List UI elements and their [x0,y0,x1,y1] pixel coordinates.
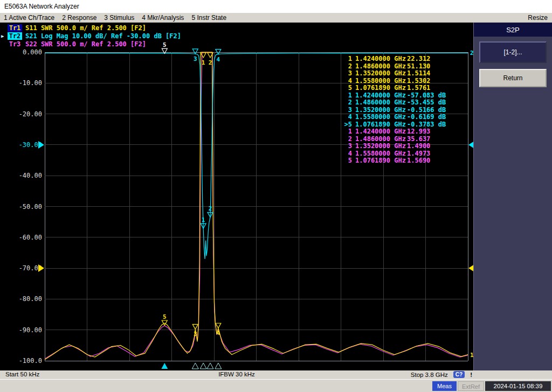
start-frequency: Start 50 kHz [5,371,39,377]
menu-item[interactable]: 4 Mkr/Analysis [138,14,188,22]
marker-readout-row: 41.5580000 GHz-0.6169 dB [341,114,446,121]
marker-number-label: 2 [209,205,212,212]
ref-level-arrow-icon [468,141,473,149]
marker-readout-row: 11.4240000 GHz12.993 [341,128,446,136]
ref-level-arrow-icon [468,264,473,272]
y-axis-label: -50.00 [19,203,42,211]
menu-item[interactable]: 2 Response [58,14,100,22]
marker-readout-row: 21.4860000 GHz51.130 [341,63,446,71]
y-axis-label: -20.00 [19,110,42,118]
window-title: E5063A Network Analyzer [4,3,79,10]
marker-readout-row: 21.4860000 GHz35.637 [341,136,446,143]
stimulus-bar: Start 50 kHz IFBW 30 kHz Stop 3.8 GHz C?… [0,370,552,379]
meas-status: Meas [432,381,457,391]
trace-header-tr1[interactable]: Tr1S11 SWR 500.0 m/ Ref 2.500 [F2] [1,24,181,32]
marker-triangle-icon [201,53,206,58]
marker-readout-row: 21.4860000 GHz-53.455 dB [341,99,446,107]
extref-status: ExtRef [458,381,484,391]
menubar-items: 1 Active Ch/Trace2 Response3 Stimulus4 M… [0,14,230,22]
marker-readout-row: 11.4240000 GHz-57.083 dB [341,92,446,100]
marker-readout-row: >51.0761890 GHz-0.3783 dB [341,121,446,129]
return-button[interactable]: Return [479,69,547,87]
marker-readout-row: 41.5580000 GHz1.5302 [341,78,446,85]
menu-resize[interactable]: Resize [528,14,548,22]
trace-number-label: 1 [470,352,473,359]
titlebar: E5063A Network Analyzer [0,0,552,13]
marker-number-label: 5 [163,313,167,320]
marker-triangle-icon [216,50,221,54]
y-axis-label: -80.00 [19,295,42,303]
marker-readout-row: 51.0761890 GHz1.5690 [341,157,446,165]
menubar: 1 Active Ch/Trace2 Response3 Stimulus4 M… [0,13,552,23]
softkey-menu-title: S2P [474,23,552,37]
marker-readout: 11.4240000 GHz22.31221.4860000 GHz51.130… [341,55,446,165]
trace-header-text: S11 SWR 500.0 m/ Ref 2.500 [F2] [25,24,146,32]
marker-readout-row: 31.3520000 GHz-0.5166 dB [341,107,446,114]
marker-number-label: 4 [217,330,220,337]
menu-item[interactable]: 5 Instr State [188,14,230,22]
marker-number-label: 1 [202,216,205,223]
stimulus-marker-icon [215,363,222,369]
marker-number-label: 1 [202,59,205,66]
marker-number-label: 2 [209,59,212,66]
correction-badge: C? [453,371,465,378]
warning-indicator: ! [470,372,472,378]
softkey-sidebar: S2P [1-2]... Return [473,23,552,370]
trace-header-text: S21 Log Mag 10.00 dB/ Ref -30.00 dB [F2] [25,32,181,40]
y-axis-label: 0.000 [23,48,42,56]
y-axis-label: -90.00 [19,326,42,334]
trace-header-tr3[interactable]: Tr3S22 SWR 500.0 m/ Ref 2.500 [F2] [1,40,181,48]
stimulus-marker-icon [207,363,213,369]
trace-label-chip: Tr2 [8,32,22,40]
ifbw-value: IFBW 30 kHz [218,371,255,377]
marker-triangle-icon [162,48,167,53]
y-axis-label: -40.00 [19,172,42,179]
marker-readout-row: 51.0761890 GHz1.5761 [341,85,446,92]
softkey-1-2-button[interactable]: [1-2]... [479,41,547,63]
trace-header-text: S22 SWR 500.0 m/ Ref 2.500 [F2] [25,40,146,48]
active-trace-arrow-icon: ▶ [1,33,8,39]
trace-label-chip: Tr1 [8,24,22,32]
trace-header-tr2[interactable]: ▶Tr2S21 Log Mag 10.00 dB/ Ref -30.00 dB … [1,32,181,40]
analyzer-screen: 0.000-10.00-20.00-30.00-40.00-50.00-60.0… [0,23,473,370]
marker-triangle-icon [192,49,198,54]
marker-number-label: 3 [194,331,197,338]
stimulus-marker-icon [200,363,206,369]
marker-number-label: 4 [217,56,220,63]
menu-item[interactable]: 3 Stimulus [100,14,138,22]
trace-number-label: 2 [470,50,473,57]
y-axis-label: -10.00 [19,79,42,87]
menu-item[interactable]: 1 Active Ch/Trace [0,14,58,22]
y-axis-label: -100.0 [19,357,42,365]
marker-number-label: 3 [194,55,197,62]
trace-label-chip: Tr3 [8,40,22,48]
main-area: 0.000-10.00-20.00-30.00-40.00-50.00-60.0… [0,23,552,370]
datetime: 2024-01-15 08:39 [485,381,551,391]
marker-readout-row: 11.4240000 GHz22.312 [341,55,446,63]
marker-readout-row: 31.3520000 GHz1.4900 [341,143,446,150]
marker-readout-row: 31.3520000 GHz1.5114 [341,70,446,78]
marker-readout-row: 41.5580000 GHz1.4973 [341,150,446,158]
stimulus-marker-icon [192,363,198,369]
statusbar: Meas ExtRef 2024-01-15 08:39 [0,379,552,392]
marker-triangle-icon [192,324,198,329]
stop-frequency: Stop 3.8 GHz [411,372,448,378]
trace-headers: Tr1S11 SWR 500.0 m/ Ref 2.500 [F2]▶Tr2S2… [1,24,181,48]
stimulus-marker-filled-icon [161,363,168,369]
y-axis-label: -60.00 [19,234,42,241]
